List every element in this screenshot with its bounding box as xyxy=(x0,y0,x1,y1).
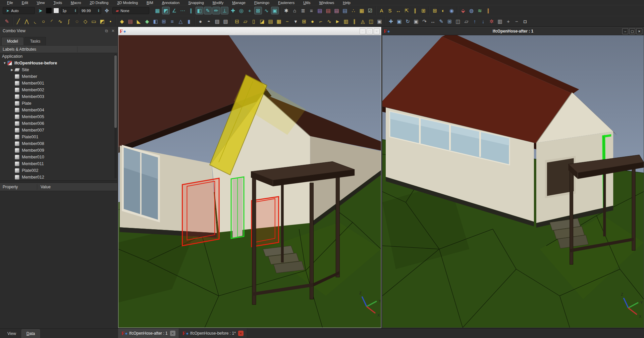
snap-special-icon[interactable]: ⋯ xyxy=(179,7,186,14)
snap-passive-icon[interactable]: ∿ xyxy=(263,7,270,14)
reference-icon[interactable]: ▣ xyxy=(376,17,383,25)
document-red-icon[interactable]: ▤ xyxy=(324,7,332,14)
edit-icon[interactable]: ✎ xyxy=(437,17,445,25)
downgrade-icon[interactable]: ↓ xyxy=(479,17,487,25)
panel-sheet-icon[interactable]: ▤ xyxy=(267,17,274,25)
precast-icon[interactable]: ◧ xyxy=(152,17,159,25)
axis-icon[interactable]: ∥ xyxy=(411,7,419,14)
spreadsheet-icon[interactable]: ▦ xyxy=(358,7,366,14)
tree-item-ifcopenhouse-before[interactable]: ▼IfcOpenHouse-before xyxy=(0,60,117,66)
column-icon[interactable]: ▮ xyxy=(185,17,193,25)
close-button[interactable]: ✕ xyxy=(636,28,642,34)
spinner-arrows-icon[interactable]: ▲▼ xyxy=(74,9,76,12)
mesh-box-icon[interactable]: ▨ xyxy=(213,17,221,25)
face-color-swatch[interactable] xyxy=(53,8,59,13)
roof-icon[interactable]: △ xyxy=(177,17,184,25)
style-button[interactable]: ➤ xyxy=(37,7,44,14)
tab-close-icon[interactable]: ✕ xyxy=(238,331,244,336)
snap-dimensions-icon[interactable]: ⊠ xyxy=(254,7,262,14)
tab-data[interactable]: Data xyxy=(21,329,40,338)
navigation-sphere-icon[interactable]: ◉ xyxy=(448,7,455,14)
facebinder-icon[interactable]: ◩ xyxy=(98,17,106,25)
arc-icon[interactable]: ◜ xyxy=(48,17,56,25)
window-titlebar-after[interactable]: F IfcOpenHose-after : 1 – ▢ ✕ xyxy=(382,27,644,35)
menu-bim[interactable]: BIM xyxy=(142,0,158,5)
label-icon[interactable]: ⇱ xyxy=(403,7,411,14)
layer-selector[interactable]: ▰ None xyxy=(112,7,149,14)
tree-item-member008[interactable]: Member008 xyxy=(0,140,117,147)
tree-item-member012[interactable]: Member012 xyxy=(0,174,117,180)
shape-icon[interactable]: ▱ xyxy=(463,17,470,25)
geodata-icon[interactable]: ◍ xyxy=(468,7,475,14)
menu-help[interactable]: Help xyxy=(338,0,355,5)
document-purple-icon[interactable]: ▤ xyxy=(316,7,324,14)
menu-3d-modeling[interactable]: 3D Modeling xyxy=(113,0,142,5)
nest-icon[interactable]: ▦ xyxy=(275,17,283,25)
upgrade-icon[interactable]: ↑ xyxy=(471,17,479,25)
tree-item-member005[interactable]: Member005 xyxy=(0,113,117,120)
schedule-icon[interactable]: ≡ xyxy=(308,7,315,14)
wall-icon[interactable]: ◣ xyxy=(135,17,143,25)
menu-manage[interactable]: Manage xyxy=(228,0,250,5)
snap-grid-icon[interactable]: ▦ xyxy=(154,7,161,14)
panel-icon[interactable]: ◪ xyxy=(258,17,266,25)
autogroup-button[interactable]: ✥ xyxy=(103,7,111,14)
tree-item-member009[interactable]: Member009 xyxy=(0,147,117,154)
menu-view[interactable]: View xyxy=(33,0,49,5)
fillet-icon[interactable]: ◟ xyxy=(31,17,39,25)
property-grid[interactable] xyxy=(0,191,117,328)
window-titlebar-before[interactable]: F IfcOpenHouse-before : 1* – ▢ ✕ xyxy=(118,27,381,35)
dome-icon[interactable]: ◓ xyxy=(205,17,213,25)
tree-item-member003[interactable]: Member003 xyxy=(0,93,117,100)
minimize-button[interactable]: – xyxy=(360,28,366,34)
tree-item-plate002[interactable]: Plate002 xyxy=(0,167,117,174)
tree-item-plate[interactable]: Plate xyxy=(0,100,117,107)
scale-spinner[interactable]: 99.99 ▲▼ xyxy=(80,7,101,14)
tree-item-member004[interactable]: Member004 xyxy=(0,107,117,113)
tab-close-icon[interactable]: ✕ xyxy=(170,331,175,336)
tree-item-plate001[interactable]: Plate001 xyxy=(0,134,117,140)
snap-intersection-icon[interactable]: ✏ xyxy=(212,7,220,14)
shape-2d-view-icon[interactable]: ▱ xyxy=(241,17,249,25)
circle-icon[interactable]: ○ xyxy=(40,17,47,25)
snap-working-plane-icon[interactable]: ◧ xyxy=(196,7,203,14)
float-panel-icon[interactable]: ⧉ xyxy=(105,29,108,33)
copy-icon[interactable]: ▣ xyxy=(395,17,403,25)
mdi-tab-ifcopenhouse-before-1-[interactable]: FIfcOpenHouse-before : 1*✕ xyxy=(179,329,247,338)
polyline-icon[interactable]: ⋀ xyxy=(23,17,31,25)
menu-edit[interactable]: Edit xyxy=(17,0,33,5)
snap-extension-icon[interactable]: ✎ xyxy=(204,7,212,14)
menu-annotation[interactable]: Annotation xyxy=(158,0,184,5)
minimize-button[interactable]: – xyxy=(622,28,628,34)
shading-icon[interactable]: ◐ xyxy=(439,7,447,14)
expander-icon[interactable]: ▼ xyxy=(2,61,7,65)
menu-snapping[interactable]: Snapping xyxy=(184,0,208,5)
tree-item-member001[interactable]: Member001 xyxy=(0,80,117,87)
rotate-icon[interactable]: ↻ xyxy=(404,17,412,25)
tab-tasks[interactable]: Tasks xyxy=(24,37,46,45)
rectangle-icon[interactable]: ▭ xyxy=(90,17,98,25)
frame-icon[interactable]: ▥ xyxy=(342,17,350,25)
snap-add-icon[interactable]: + xyxy=(246,7,254,14)
tree-scrollbar[interactable] xyxy=(114,54,117,178)
viewport-3d-before[interactable]: Z Y X xyxy=(118,35,381,328)
material-ball-icon[interactable]: ● xyxy=(309,17,316,25)
schedule-grid-icon[interactable]: ⊞ xyxy=(300,17,308,25)
shape-text-icon[interactable]: S xyxy=(386,7,394,14)
menu-flamingo[interactable]: Flamingo xyxy=(250,0,274,5)
profile-icon[interactable]: ◫ xyxy=(367,17,375,25)
door-icon[interactable]: ▯ xyxy=(250,17,258,25)
add-icon[interactable]: + xyxy=(504,17,512,25)
menu-file[interactable]: File xyxy=(3,0,17,5)
material-dots-icon[interactable]: ∴ xyxy=(350,7,357,14)
storeys-icon[interactable]: ≋ xyxy=(476,7,484,14)
snap-angle-icon[interactable]: ∠ xyxy=(170,7,178,14)
move-icon[interactable]: ✚ xyxy=(387,17,395,25)
document-blue-icon[interactable]: ▤ xyxy=(341,7,349,14)
array-icon[interactable]: ⊞ xyxy=(446,17,453,25)
clone-icon[interactable]: ▣ xyxy=(412,17,420,25)
tree-item-member[interactable]: Member xyxy=(0,73,117,80)
dimension-icon[interactable]: ↔ xyxy=(394,7,402,14)
subtract-icon[interactable]: − xyxy=(513,17,521,25)
tree-item-member010[interactable]: Member010 xyxy=(0,154,117,160)
